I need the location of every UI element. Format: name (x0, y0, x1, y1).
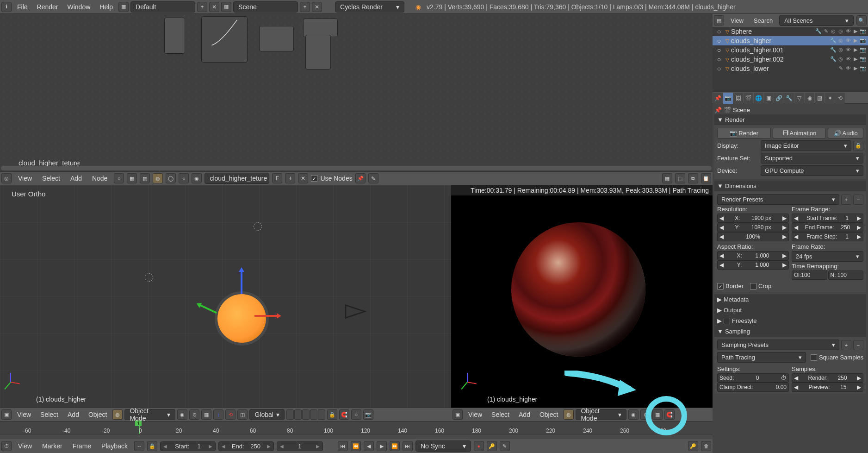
outliner-item-clouds-higher-002[interactable]: ○▽clouds_higher.002 🔧◎👁▶📷 (713, 55, 868, 64)
snap-icon[interactable]: 🧲 (339, 409, 349, 420)
lock-camera-icon[interactable]: 🔒 (327, 409, 337, 420)
autokey-icon[interactable]: ● (474, 441, 484, 451)
material-unlink-icon[interactable]: ✕ (298, 173, 308, 183)
layout-dropdown[interactable]: Default (130, 1, 195, 13)
menu-file[interactable]: File (13, 1, 31, 13)
node-texture[interactable] (164, 18, 185, 54)
sampling-preset-add-icon[interactable]: + (841, 340, 851, 350)
lock-range-icon[interactable]: 🔒 (147, 441, 157, 451)
3d-viewport-render[interactable]: Time:00:31.79 | Remaining:00:04.89 | Mem… (451, 185, 713, 408)
texture-type-icon[interactable]: ▨ (140, 173, 150, 183)
snap-icon-2[interactable]: 🧲 (664, 409, 675, 420)
new-map-field[interactable]: N: 100 (828, 271, 864, 280)
freestyle-checkbox[interactable] (724, 318, 730, 324)
outliner-item-clouds-higher[interactable]: ○▽clouds_higher 🔧◎👁▶📷 (713, 36, 868, 45)
end-frame-field[interactable]: ◀End:250▶ (218, 441, 274, 451)
square-samples-checkbox[interactable] (811, 354, 817, 361)
clamp-direct-field[interactable]: Clamp Direct:0.00 (717, 383, 789, 392)
node-editor-scrollbar[interactable] (1, 166, 712, 170)
prop-tab-render-icon[interactable]: 📷 (723, 93, 733, 104)
gizmo-z-axis[interactable] (241, 271, 242, 294)
viewport-shading-icon[interactable]: ◉ (177, 409, 187, 420)
outliner-item-sphere[interactable]: ○▽Sphere 🔧✎◎◎👁▶📷 (713, 27, 868, 36)
tl-menu-playback[interactable]: Playback (98, 440, 131, 452)
orientation-dropdown[interactable]: Global▾ (249, 409, 284, 420)
node-curve[interactable] (201, 16, 248, 63)
node-backdrop-icon[interactable]: ▦ (662, 173, 672, 183)
keyframe-prev-icon[interactable]: ⏪ (351, 441, 361, 451)
layout-browse-icon[interactable]: ▦ (118, 2, 129, 12)
info-editor-icon[interactable]: ℹ (1, 2, 12, 12)
node-snap-icon[interactable]: ⬚ (675, 173, 685, 183)
output-panel-header[interactable]: ▶ Output (714, 305, 866, 315)
vp-menu-select[interactable]: Select (37, 409, 62, 420)
range-icon[interactable]: ↔ (134, 441, 144, 451)
outliner[interactable]: ○▽Sphere 🔧✎◎◎👁▶📷 ○▽clouds_higher 🔧◎👁▶📷 ○… (713, 27, 868, 92)
menu-window[interactable]: Window (63, 1, 94, 13)
prop-tab-world-icon[interactable]: 🌐 (754, 93, 763, 104)
node-menu-select[interactable]: Select (38, 173, 64, 184)
render-engine-dropdown[interactable]: Cycles Render▾ (335, 1, 404, 13)
manipulator-scale-icon[interactable]: ◫ (237, 409, 248, 420)
crop-checkbox[interactable] (750, 283, 756, 289)
tl-menu-view[interactable]: View (14, 440, 36, 452)
lock-ui-icon[interactable]: 🔒 (853, 141, 863, 151)
lamp-object-icon[interactable] (254, 222, 262, 231)
menu-help[interactable]: Help (96, 1, 117, 13)
ol-menu-view[interactable]: View (727, 15, 747, 26)
pivot-icon-2[interactable]: ⊙ (640, 409, 651, 420)
prop-tab-object-icon[interactable]: ▣ (764, 93, 774, 104)
opengl-render-icon[interactable]: 📷 (363, 409, 373, 420)
node-editor-type-icon[interactable]: ◎ (1, 173, 12, 183)
3d-viewport-left[interactable]: User Ortho (1) clouds_higher (0, 185, 451, 408)
vp2-menu-select[interactable]: Select (488, 409, 513, 420)
render-panel-header[interactable]: ▼ Render (714, 114, 866, 125)
resolution-pct-field[interactable]: ◀100%▶ (717, 232, 789, 241)
tl-menu-marker[interactable]: Marker (38, 440, 66, 452)
node-mix[interactable] (305, 35, 331, 69)
play-icon[interactable]: ▶ (377, 441, 387, 451)
prop-tab-pin-icon[interactable]: 📌 (713, 93, 723, 104)
resolution-x-field[interactable]: ◀X:1900 px▶ (717, 214, 789, 223)
sampling-preset-remove-icon[interactable]: − (853, 340, 863, 350)
modifier-icon[interactable]: 🔧 (815, 28, 822, 35)
node-transparent[interactable] (303, 19, 338, 37)
integrator-dropdown[interactable]: Path Tracing▾ (717, 352, 806, 363)
mode-icon-2[interactable]: ◍ (564, 409, 574, 420)
node-gp-icon[interactable]: ✎ (368, 173, 378, 183)
old-map-field[interactable]: Ol:100 (792, 271, 827, 280)
layers-icon[interactable]: ▦ (201, 409, 211, 420)
resolution-y-field[interactable]: ◀Y:1080 px▶ (717, 223, 789, 232)
prop-tab-scene-icon[interactable]: 🎬 (744, 93, 753, 104)
border-checkbox[interactable] (717, 283, 724, 289)
proportional-icon[interactable]: ○ (351, 409, 361, 420)
sync-dropdown[interactable]: No Sync▾ (415, 440, 471, 452)
prop-tab-texture-icon[interactable]: ▨ (815, 93, 825, 104)
compositing-type-icon[interactable]: ▦ (127, 173, 137, 183)
layers-icon-2[interactable]: ▦ (652, 409, 663, 420)
keyframe-next-icon[interactable]: ⏩ (390, 441, 400, 451)
animation-button[interactable]: 🎞 Animation (773, 128, 826, 138)
lamp-object-icon-2[interactable] (145, 273, 153, 282)
fake-user-button[interactable]: F (272, 173, 282, 183)
outliner-editor-icon[interactable]: ▤ (714, 15, 724, 25)
prop-tab-constraint-icon[interactable]: 🔗 (774, 93, 784, 104)
sphere-object[interactable] (217, 294, 266, 343)
prop-tab-particles-icon[interactable]: ✦ (825, 93, 835, 104)
render-button[interactable]: 📷 Render (717, 128, 771, 138)
timeline-editor-icon[interactable]: ⏱ (1, 441, 12, 451)
mode-dropdown-2[interactable]: Object Mode▾ (576, 409, 626, 420)
preset-remove-icon[interactable]: − (853, 195, 863, 205)
sampling-presets-dropdown[interactable]: Sampling Presets▾ (717, 340, 839, 350)
framerate-dropdown[interactable]: 24 fps▾ (792, 251, 863, 262)
vp2-menu-add[interactable]: Add (515, 409, 534, 420)
seed-field[interactable]: Seed:0⏱ (717, 373, 789, 383)
dimensions-panel-header[interactable]: ▼ Dimensions (714, 181, 866, 191)
use-nodes-checkbox[interactable] (311, 175, 317, 182)
pin-icon[interactable]: 📌 (714, 107, 722, 113)
shader-type-icon[interactable]: ○ (114, 173, 124, 183)
vp2-menu-view[interactable]: View (465, 409, 486, 420)
end-frame-prop-field[interactable]: ◀End Frame:250▶ (792, 223, 863, 232)
node-menu-add[interactable]: Add (67, 173, 86, 184)
viewport-editor-icon-2[interactable]: ▣ (453, 409, 463, 420)
